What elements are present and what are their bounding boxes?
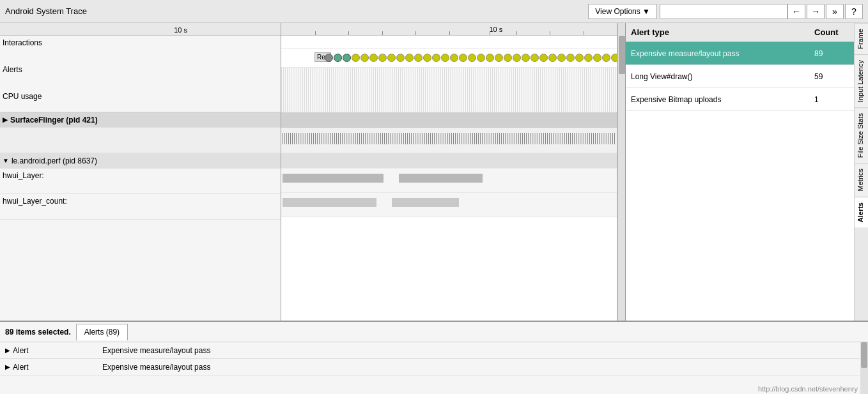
circle-green-1 [334, 54, 342, 62]
yc [405, 54, 414, 62]
main-content: 10 s Interactions Alerts CPU usage ▶ Sur… [0, 23, 868, 321]
bottom-row-0[interactable]: ▶ Alert Expensive measure/layout pass [0, 342, 868, 359]
bottom-scrollbar-thumb [861, 342, 867, 368]
alerts-type-0: Expensive measure/layout pass [626, 49, 809, 58]
hwui-count-bar-1 [283, 198, 376, 207]
trace-interactions [281, 36, 617, 49]
label-interactions: Interactions [3, 38, 42, 47]
yc [450, 54, 458, 62]
alerts-row-0[interactable]: Expensive measure/layout pass 89 [626, 42, 854, 65]
tick-3 [382, 31, 383, 35]
yc [557, 54, 566, 62]
yc [495, 54, 503, 62]
alerts-count-1: 59 [809, 72, 854, 81]
yc [575, 54, 584, 62]
yc [513, 54, 521, 62]
trace-ruler: 10 s [281, 23, 617, 36]
header: Android System Trace View Options ▼ ← → … [0, 0, 868, 23]
side-tab-metrics[interactable]: Metrics [855, 163, 868, 196]
hwui-count-bar-2 [392, 198, 459, 207]
ruler-10s: 10 s [490, 26, 503, 33]
trace-sf-sub [281, 128, 617, 153]
track-label-sf-sub [0, 128, 281, 153]
tick-6 [490, 31, 490, 35]
track-label-hwui-layer-count: hwui_Layer_count: [0, 194, 281, 220]
alerts-type-1: Long View#draw() [626, 72, 809, 81]
tick-8 [550, 31, 550, 35]
nav-back-button[interactable]: ← [787, 4, 805, 19]
alerts-count-2: 1 [809, 95, 854, 104]
yc [593, 54, 601, 62]
tick-5 [449, 31, 450, 35]
tick-7 [516, 31, 517, 35]
nav-expand-button[interactable]: » [826, 4, 844, 19]
track-label-leandroid[interactable]: ▼ le.android.perf (pid 8637) [0, 153, 281, 169]
label-hwui-layer-count: hwui_Layer_count: [3, 197, 67, 206]
watermark: http://blog.csdn.net/stevenhenry [758, 385, 858, 393]
yc [352, 54, 360, 62]
app-title: Android System Trace [5, 6, 87, 16]
yc [387, 54, 396, 62]
yellow-circles-group [352, 54, 617, 62]
trace-cpu [281, 68, 617, 112]
frame-circles-yellow [352, 54, 617, 62]
label-alerts: Alerts [3, 65, 42, 74]
bottom-row-1[interactable]: ▶ Alert Expensive measure/layout pass [0, 359, 868, 375]
yc [432, 54, 440, 62]
tick-2 [348, 31, 349, 35]
track-label-hwui-layer: hwui_Layer: [0, 169, 281, 194]
nav-help-button[interactable]: ? [845, 4, 863, 19]
alerts-row-1[interactable]: Long View#draw() 59 [626, 65, 854, 88]
nav-forward-button[interactable]: → [807, 4, 825, 19]
side-tab-frame[interactable]: Frame [855, 23, 868, 54]
row-label-0: Alert [13, 346, 102, 355]
label-leandroid: le.android.perf (pid 8637) [12, 156, 97, 165]
yc [459, 54, 467, 62]
track-label-surfaceflinger[interactable]: ▶ SurfaceFlinger (pid 421) [0, 112, 281, 128]
bottom-panel: 89 items selected. Alerts (89) ▶ Alert E… [0, 321, 868, 394]
frame-circles-gray [325, 54, 352, 62]
arrow-0: ▶ [5, 347, 10, 354]
alerts-row-2[interactable]: Expensive Bitmap uploads 1 [626, 88, 854, 111]
row-value-1: Expensive measure/layout pass [102, 363, 863, 372]
expand-arrow-sf: ▶ [3, 116, 8, 123]
time-label-10s: 10 s [174, 26, 187, 34]
side-tab-alerts[interactable]: Alerts [855, 197, 868, 227]
yc [378, 54, 387, 62]
view-options-button[interactable]: View Options ▼ [588, 4, 657, 19]
circle-green-2 [343, 54, 351, 62]
cpu-vlines [281, 68, 617, 112]
trace-hwui-layer-count [281, 193, 617, 217]
alerts-tab-button[interactable]: Alerts (89) [76, 324, 128, 340]
yc [369, 54, 378, 62]
circle-gray-1 [325, 54, 333, 62]
yc [566, 54, 575, 62]
alerts-table-header: Alert type Count [626, 23, 854, 42]
label-surfaceflinger: SurfaceFlinger (pid 421) [10, 116, 98, 125]
yc [611, 54, 617, 62]
side-tab-input-latency[interactable]: Input Latency [855, 54, 868, 107]
trace-area[interactable]: 10 s [281, 23, 617, 321]
yc [548, 54, 557, 62]
arrow-1: ▶ [5, 363, 10, 370]
expand-arrow-le: ▼ [3, 157, 9, 164]
trace-sf-header [281, 112, 617, 128]
tick-4 [415, 31, 416, 35]
label-cpu: CPU usage [3, 92, 42, 101]
trace-hwui-layer [281, 169, 617, 193]
yc [477, 54, 485, 62]
bottom-tabs-bar: 89 items selected. Alerts (89) [0, 322, 868, 342]
nav-search-input[interactable] [660, 4, 787, 19]
trace-scrollbar[interactable] [617, 23, 625, 321]
bottom-scrollbar[interactable] [860, 342, 868, 394]
tick-9 [584, 31, 584, 35]
yc [584, 54, 593, 62]
right-panel: Alert type Count Expensive measure/layou… [625, 23, 868, 321]
side-tab-file-size[interactable]: File Size Stats [855, 107, 868, 163]
yc [396, 54, 405, 62]
yc [531, 54, 539, 62]
yc [468, 54, 476, 62]
time-ruler: 10 s [0, 23, 281, 36]
label-hwui-layer: hwui_Layer: [3, 171, 44, 180]
alerts-table: Alert type Count Expensive measure/layou… [626, 23, 854, 321]
